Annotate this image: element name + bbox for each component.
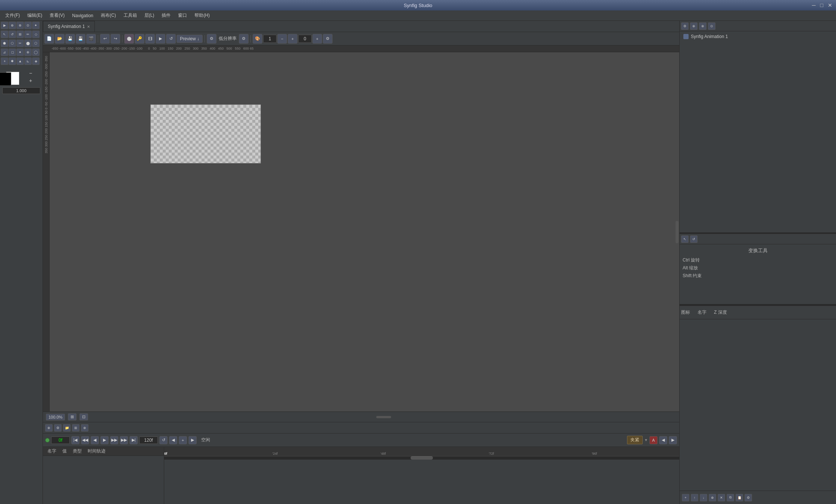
layer-del-btn[interactable]: ✕ (718, 494, 725, 501)
menu-canvas[interactable]: 画布(C) (98, 11, 119, 20)
menu-navigation[interactable]: Navigation (69, 12, 96, 19)
color-picker[interactable]: 🎨 (253, 34, 262, 44)
tool-circle[interactable]: ⊙ (24, 22, 32, 29)
transform-icon-1[interactable]: ↖ (681, 235, 689, 243)
tool-hex2[interactable]: ⬡ (9, 40, 16, 47)
anim-extra-btn[interactable]: ◀ (659, 436, 667, 444)
tool-arrow[interactable]: ↖ (1, 31, 8, 38)
frame-minus[interactable]: − (277, 34, 287, 44)
open-btn[interactable]: 📂 (55, 34, 65, 44)
tool-sparkle[interactable]: ✦ (16, 48, 24, 56)
new-btn[interactable]: 📄 (44, 34, 54, 44)
frame-end-input[interactable] (298, 35, 312, 43)
opacity-value[interactable]: 1.000 (2, 87, 40, 94)
timeline-tool-2[interactable]: ⚙ (54, 424, 62, 432)
play-btn[interactable]: ▶ (100, 436, 109, 444)
add-keyframe-btn[interactable]: + (179, 436, 187, 444)
right-tool-3[interactable]: ⊗ (699, 22, 706, 30)
goto-start-btn[interactable]: |◀ (71, 436, 79, 444)
tool-star[interactable]: ✦ (32, 22, 40, 29)
canvas-tab-close[interactable]: ✕ (87, 25, 90, 29)
timeline-tool-1[interactable]: ⊕ (45, 424, 53, 432)
next-anim-btn[interactable]: ▶ (188, 436, 197, 444)
render-btn[interactable]: 🎬 (86, 34, 96, 44)
canvas-viewport[interactable] (50, 52, 679, 411)
close-btn[interactable]: ✕ (828, 2, 832, 8)
tool-hex1[interactable]: ⬟ (1, 40, 8, 47)
tool-dot[interactable]: ⬤ (24, 40, 32, 47)
layer-settings-btn[interactable]: ⚙ (745, 494, 752, 501)
save-all-btn[interactable]: 💾 (76, 34, 85, 44)
scroll-thumb[interactable] (376, 416, 391, 418)
tool-pen[interactable]: ✏ (24, 31, 32, 38)
restore-btn[interactable]: □ (820, 2, 823, 8)
refresh-btn[interactable]: ↺ (166, 34, 176, 44)
goto-end-btn[interactable]: ▶| (130, 436, 138, 444)
frame-plus[interactable]: + (288, 34, 297, 44)
tool-add[interactable]: ⊕ (9, 22, 16, 29)
redo-btn[interactable]: ↪ (110, 34, 120, 44)
right-tool-2[interactable]: ⊕ (690, 22, 698, 30)
timeline-tool-5[interactable]: ⊗ (81, 424, 88, 432)
anim-mode-btn[interactable]: A (649, 436, 658, 444)
settings-btn[interactable]: ⚙ (323, 34, 333, 44)
transform-btn[interactable]: ⬤ (124, 34, 134, 44)
undo-btn[interactable]: ↩ (100, 34, 110, 44)
next-frame-btn[interactable]: ▶▶ (110, 436, 118, 444)
tool-triangle[interactable]: ▲ (16, 57, 24, 65)
current-frame-input[interactable] (51, 436, 70, 444)
menu-file[interactable]: 文件(F) (2, 11, 23, 20)
clamp-btn[interactable]: 夹紧 (627, 436, 643, 444)
layer-paste-btn[interactable]: 📋 (736, 494, 743, 501)
tool-plus[interactable]: ⊕ (24, 48, 32, 56)
layer-down-btn[interactable]: ↓ (700, 494, 707, 501)
tool-grid[interactable]: ⊞ (16, 31, 24, 38)
timeline-scrollbar-h[interactable] (164, 456, 679, 460)
total-frames-input[interactable] (139, 436, 158, 444)
tool-crosshair[interactable]: ⌖ (1, 57, 8, 65)
loop-btn[interactable]: ↺ (159, 436, 168, 444)
foreground-color-swatch[interactable] (0, 72, 11, 86)
tool-asterisk[interactable]: ✱ (9, 57, 16, 65)
add-layer-btn[interactable]: + (682, 494, 689, 501)
prev-frame-btn[interactable]: ◀ (91, 436, 99, 444)
tool-diamond[interactable]: ◇ (32, 31, 40, 38)
animation-root-item[interactable]: Synfig Animation 1 (681, 33, 835, 40)
tool-rect[interactable]: ◻ (9, 48, 16, 56)
next-keyframe-btn[interactable]: ▶▶ (120, 436, 128, 444)
preview-btn[interactable]: Preview ↓ (177, 35, 203, 43)
anim-extra-btn2[interactable]: ▶ (669, 436, 677, 444)
tool-scissors[interactable]: ✂ (16, 40, 24, 47)
tool-rotate[interactable]: ↺ (9, 31, 16, 38)
tool-angle[interactable]: ⊾ (24, 57, 32, 65)
timeline-tool-3[interactable]: 📁 (63, 424, 71, 432)
full-btn[interactable]: ⊡ (79, 413, 88, 420)
right-tool-1[interactable]: ⚙ (681, 22, 689, 30)
menu-toolbox[interactable]: 工具箱 (121, 11, 140, 20)
fit-btn[interactable]: ⊞ (68, 413, 77, 420)
frame-number-input[interactable] (263, 35, 277, 43)
tool-target[interactable]: ◈ (32, 57, 40, 65)
window-controls[interactable]: ─ □ ✕ (812, 2, 832, 8)
timeline-scrollbar-thumb[interactable] (411, 456, 433, 460)
keyframe-btn[interactable]: 🔑 (135, 34, 144, 44)
canvas-tab[interactable]: Synfig Animation 1 ✕ (43, 21, 95, 32)
tool-play[interactable]: ▶ (1, 22, 8, 29)
anim-btn[interactable]: 🎞 (145, 34, 155, 44)
menu-plugins[interactable]: 插件 (159, 11, 174, 20)
tool-oval[interactable]: ◯ (32, 48, 40, 56)
zoom-btn[interactable]: 100.0% (46, 414, 65, 420)
tool-tri[interactable]: ⊿ (1, 48, 8, 56)
frame-end-plus[interactable]: + (312, 34, 322, 44)
tool-remove[interactable]: ⊗ (16, 22, 24, 29)
layer-up-btn[interactable]: ↑ (691, 494, 698, 501)
minimize-btn[interactable]: ─ (812, 2, 816, 8)
timeline-tool-4[interactable]: ⊞ (72, 424, 79, 432)
transform-icon-2[interactable]: ↺ (690, 235, 698, 243)
menu-view[interactable]: 查看(V) (47, 11, 68, 20)
save-btn[interactable]: 💾 (65, 34, 75, 44)
layer-dup-btn[interactable]: ⊕ (709, 494, 716, 501)
menu-edit[interactable]: 编辑(E) (24, 11, 45, 20)
menu-help[interactable]: 帮助(H) (191, 11, 213, 20)
tool-hex3[interactable]: ⬡ (32, 40, 40, 47)
